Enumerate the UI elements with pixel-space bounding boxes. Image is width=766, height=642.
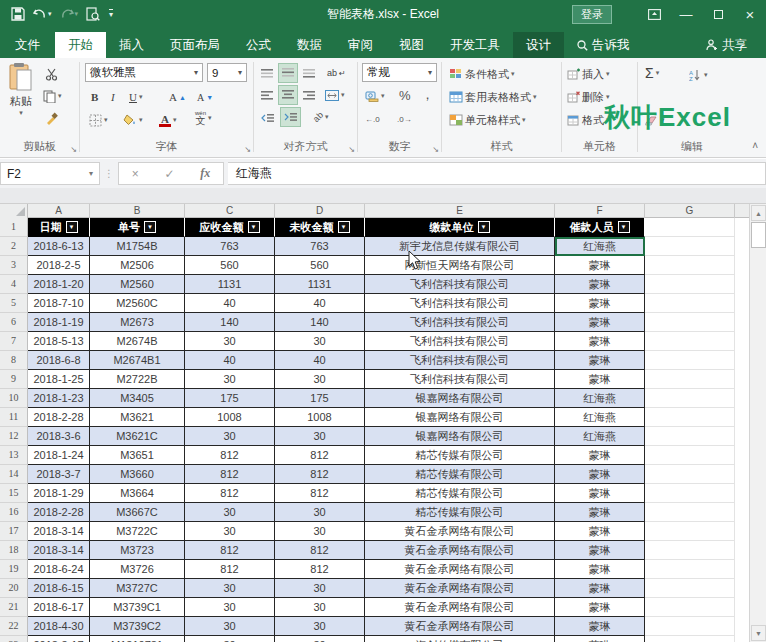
- bold-button[interactable]: B: [88, 87, 101, 107]
- cell[interactable]: 蒙琳: [555, 351, 645, 370]
- cell[interactable]: 2018-2-28: [28, 503, 90, 522]
- save-icon[interactable]: [8, 3, 28, 25]
- paste-button[interactable]: 粘贴 ▾: [2, 62, 40, 117]
- table-header-cell[interactable]: 应收金额▼: [185, 218, 275, 237]
- tab-formulas[interactable]: 公式: [233, 32, 284, 58]
- row-header-18[interactable]: 18: [0, 541, 28, 560]
- cell[interactable]: 精芯传媒有限公司: [365, 465, 555, 484]
- alignment-dialog-launcher-icon[interactable]: ↘: [348, 145, 355, 154]
- insert-function-button[interactable]: fx: [200, 166, 210, 181]
- cell[interactable]: 1008: [185, 408, 275, 427]
- cancel-entry-icon[interactable]: ×: [132, 167, 139, 181]
- cell-empty[interactable]: [645, 579, 735, 598]
- cell-empty[interactable]: [645, 275, 735, 294]
- row-header-23[interactable]: 23: [0, 636, 28, 642]
- cell[interactable]: 30: [275, 617, 365, 636]
- row-header-9[interactable]: 9: [0, 370, 28, 389]
- cell-empty[interactable]: [645, 294, 735, 313]
- cell[interactable]: 560: [185, 256, 275, 275]
- cell[interactable]: 2018-1-29: [28, 484, 90, 503]
- cell[interactable]: M3739C2: [90, 617, 185, 636]
- font-color-button[interactable]: A▾: [156, 110, 180, 130]
- insert-cells-button[interactable]: 插入▾: [564, 64, 613, 84]
- format-painter-button[interactable]: [42, 108, 61, 128]
- cell-empty[interactable]: [645, 218, 735, 237]
- column-header-C[interactable]: C: [185, 204, 275, 218]
- cell[interactable]: 40: [275, 294, 365, 313]
- cell[interactable]: M3727C: [90, 579, 185, 598]
- row-header-2[interactable]: 2: [0, 237, 28, 256]
- increase-decimal-button[interactable]: ←.0: [362, 109, 383, 129]
- row-header-1[interactable]: 1: [0, 218, 28, 237]
- row-header-16[interactable]: 16: [0, 503, 28, 522]
- align-center-button[interactable]: [278, 85, 298, 105]
- cell[interactable]: M3621: [90, 408, 185, 427]
- cell[interactable]: 2018-6-13: [28, 237, 90, 256]
- column-header-E[interactable]: E: [365, 204, 555, 218]
- cell[interactable]: 飞利信科技有限公司: [365, 313, 555, 332]
- tab-data[interactable]: 数据: [284, 32, 335, 58]
- underline-button[interactable]: U▾: [126, 87, 145, 107]
- cell[interactable]: M2506: [90, 256, 185, 275]
- cell[interactable]: M3664: [90, 484, 185, 503]
- cell[interactable]: 飞利信科技有限公司: [365, 351, 555, 370]
- filter-dropdown-icon[interactable]: ▼: [66, 221, 78, 233]
- cell[interactable]: 30: [275, 503, 365, 522]
- cell[interactable]: 蒙琳: [555, 484, 645, 503]
- cell[interactable]: 2018-3-14: [28, 522, 90, 541]
- cell[interactable]: 黄石金承网络有限公司: [365, 560, 555, 579]
- cell-empty[interactable]: [645, 427, 735, 446]
- cell-empty[interactable]: [645, 560, 735, 579]
- cell[interactable]: 蒙琳: [555, 541, 645, 560]
- wrap-text-button[interactable]: ab↵: [324, 63, 349, 83]
- cell[interactable]: 812: [275, 484, 365, 503]
- font-name-combo[interactable]: 微软雅黑▾: [85, 63, 203, 82]
- vertical-scrollbar[interactable]: ▲ ▼: [749, 204, 766, 642]
- cell[interactable]: M3726: [90, 560, 185, 579]
- cell[interactable]: 812: [185, 465, 275, 484]
- tab-review[interactable]: 审阅: [335, 32, 386, 58]
- row-header-14[interactable]: 14: [0, 465, 28, 484]
- conditional-formatting-button[interactable]: 条件格式▾: [446, 64, 518, 84]
- row-header-7[interactable]: 7: [0, 332, 28, 351]
- cell[interactable]: 蒙琳: [555, 617, 645, 636]
- cell[interactable]: 2018-4-30: [28, 617, 90, 636]
- cell[interactable]: 网新恒天网络有限公司: [365, 256, 555, 275]
- share-button[interactable]: 共享: [693, 32, 760, 58]
- cell[interactable]: 2018-3-14: [28, 541, 90, 560]
- table-header-cell[interactable]: 缴款单位▼: [365, 218, 555, 237]
- sort-filter-button[interactable]: AZ▾: [686, 65, 711, 85]
- column-header-G[interactable]: G: [645, 204, 735, 218]
- cell-empty[interactable]: [645, 636, 735, 642]
- cell[interactable]: 黄石金承网络有限公司: [365, 579, 555, 598]
- cell-empty[interactable]: [645, 503, 735, 522]
- sign-in-button[interactable]: 登录: [572, 5, 612, 24]
- cell[interactable]: 海创传媒有限公司: [365, 636, 555, 642]
- undo-button[interactable]: ▾: [30, 3, 55, 25]
- cell-empty[interactable]: [645, 617, 735, 636]
- cell[interactable]: M2560C: [90, 294, 185, 313]
- cell[interactable]: 红海燕: [555, 408, 645, 427]
- row-header-3[interactable]: 3: [0, 256, 28, 275]
- cell[interactable]: 2018-7-10: [28, 294, 90, 313]
- filter-dropdown-icon[interactable]: ▼: [338, 221, 350, 233]
- cell[interactable]: 蒙琳: [555, 370, 645, 389]
- cell[interactable]: 新宇龙信息传媒有限公司: [365, 237, 555, 256]
- cell[interactable]: 红海燕: [555, 237, 645, 256]
- tab-home[interactable]: 开始: [55, 32, 106, 58]
- cell[interactable]: M3722C: [90, 522, 185, 541]
- cell[interactable]: 黄石金承网络有限公司: [365, 541, 555, 560]
- increase-indent-button[interactable]: [280, 107, 301, 127]
- cell[interactable]: M2673: [90, 313, 185, 332]
- cell[interactable]: 蒙琳: [555, 560, 645, 579]
- print-preview-icon[interactable]: [83, 3, 103, 25]
- cell[interactable]: 2018-1-25: [28, 370, 90, 389]
- cell[interactable]: 蒙琳: [555, 294, 645, 313]
- cell[interactable]: 175: [185, 389, 275, 408]
- tab-design[interactable]: 设计: [513, 32, 564, 58]
- cell[interactable]: 2018-2-5: [28, 256, 90, 275]
- cell[interactable]: 蒙琳: [555, 313, 645, 332]
- cell[interactable]: 2018-1-24: [28, 446, 90, 465]
- cell[interactable]: 红海燕: [555, 389, 645, 408]
- cell[interactable]: 精芯传媒有限公司: [365, 446, 555, 465]
